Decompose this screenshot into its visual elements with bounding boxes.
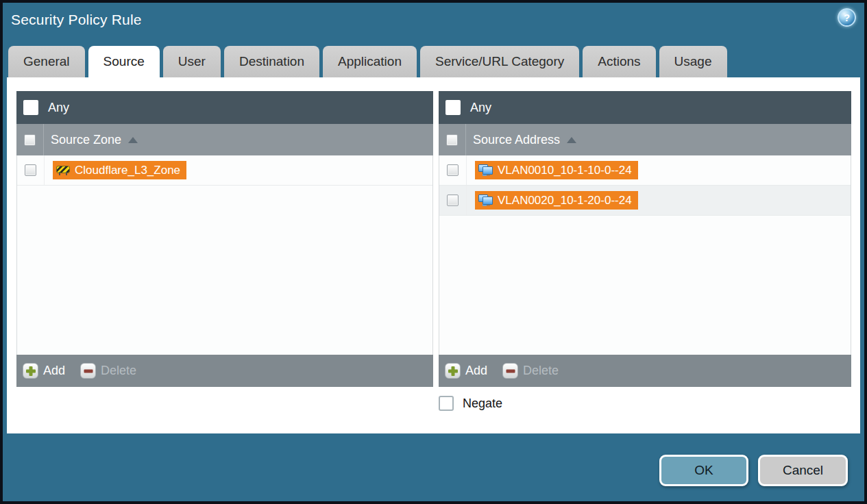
column-header[interactable]: Source Address [439, 124, 851, 155]
any-label: Any [470, 101, 491, 115]
row-checkbox-cell [17, 155, 45, 185]
address-icon [478, 194, 493, 206]
tab-actions[interactable]: Actions [583, 46, 655, 77]
column-header[interactable]: Source Zone [16, 124, 433, 155]
column-title: Source Address [473, 133, 560, 147]
header-checkbox-cell [439, 124, 466, 155]
tab-bar: GeneralSourceUserDestinationApplicationS… [8, 46, 727, 77]
delete-button[interactable]: Delete [502, 363, 559, 379]
header-checkbox-cell [16, 124, 44, 155]
item-label: VLAN0020_10-1-20-0--24 [498, 194, 632, 207]
tab-user[interactable]: User [163, 46, 221, 77]
negate-row: Negate [439, 396, 502, 411]
row-checkbox[interactable] [447, 164, 459, 176]
tab-general[interactable]: General [8, 46, 85, 77]
sort-ascending-icon [128, 137, 138, 143]
delete-button-label: Delete [523, 364, 559, 378]
tab-source[interactable]: Source [88, 46, 160, 77]
any-row: Any [16, 91, 433, 124]
column-title: Source Zone [51, 133, 121, 147]
select-all-checkbox[interactable] [446, 134, 458, 146]
page-title: Security Policy Rule [11, 12, 142, 28]
tab-service-url-category[interactable]: Service/URL Category [420, 46, 579, 77]
any-row: Any [439, 91, 851, 124]
row-checkbox-cell [439, 186, 467, 215]
zone-icon [56, 165, 70, 175]
title-bar: Security Policy Rule ? [3, 3, 864, 44]
minus-icon [502, 363, 518, 379]
row-checkbox[interactable] [25, 164, 36, 176]
add-button[interactable]: Add [445, 363, 487, 379]
tab-destination[interactable]: Destination [224, 46, 319, 77]
delete-button[interactable]: Delete [80, 363, 136, 379]
item-label: Cloudflare_L3_Zone [75, 164, 180, 177]
row-checkbox-cell [439, 155, 467, 185]
row-checkbox[interactable] [447, 194, 459, 206]
panel-footer: Add Delete [439, 355, 851, 387]
security-policy-rule-dialog: Security Policy Rule ? GeneralSourceUser… [0, 0, 867, 504]
item-chip[interactable]: Cloudflare_L3_Zone [53, 161, 186, 179]
list-item[interactable]: VLAN0020_10-1-20-0--24 [439, 186, 851, 216]
tab-application[interactable]: Application [323, 46, 417, 77]
list-item[interactable]: Cloudflare_L3_Zone [17, 155, 432, 186]
delete-button-label: Delete [101, 364, 136, 378]
tab-usage[interactable]: Usage [659, 46, 727, 77]
panel-footer: Add Delete [16, 355, 433, 387]
add-button-label: Add [465, 364, 487, 378]
list-body: VLAN0010_10-1-10-0--24VLAN0020_10-1-20-0… [439, 155, 851, 355]
list-item[interactable]: VLAN0010_10-1-10-0--24 [439, 155, 851, 186]
ok-button[interactable]: OK [659, 455, 748, 486]
add-button[interactable]: Add [23, 363, 65, 379]
select-all-checkbox[interactable] [24, 134, 36, 146]
negate-checkbox[interactable] [439, 396, 454, 411]
address-icon [478, 164, 493, 176]
item-chip[interactable]: VLAN0010_10-1-10-0--24 [475, 161, 638, 179]
item-label: VLAN0010_10-1-10-0--24 [498, 164, 632, 177]
any-checkbox[interactable] [445, 100, 461, 115]
item-chip[interactable]: VLAN0020_10-1-20-0--24 [475, 191, 638, 210]
source-address-panel: Any Source Address VLAN0010_10-1-10-0--2… [439, 91, 851, 387]
plus-icon [23, 363, 38, 379]
cancel-button[interactable]: Cancel [758, 455, 848, 486]
list-body: Cloudflare_L3_Zone [16, 155, 433, 355]
negate-label: Negate [463, 396, 502, 411]
plus-icon [445, 363, 461, 379]
add-button-label: Add [43, 364, 65, 378]
source-zone-panel: Any Source Zone Cloudflare_L3_Zone Add D… [16, 91, 433, 387]
any-label: Any [48, 101, 69, 115]
minus-icon [80, 363, 96, 379]
tab-content: Any Source Zone Cloudflare_L3_Zone Add D… [7, 77, 860, 433]
any-checkbox[interactable] [23, 100, 38, 115]
help-icon[interactable]: ? [838, 8, 856, 27]
sort-ascending-icon [567, 137, 576, 143]
